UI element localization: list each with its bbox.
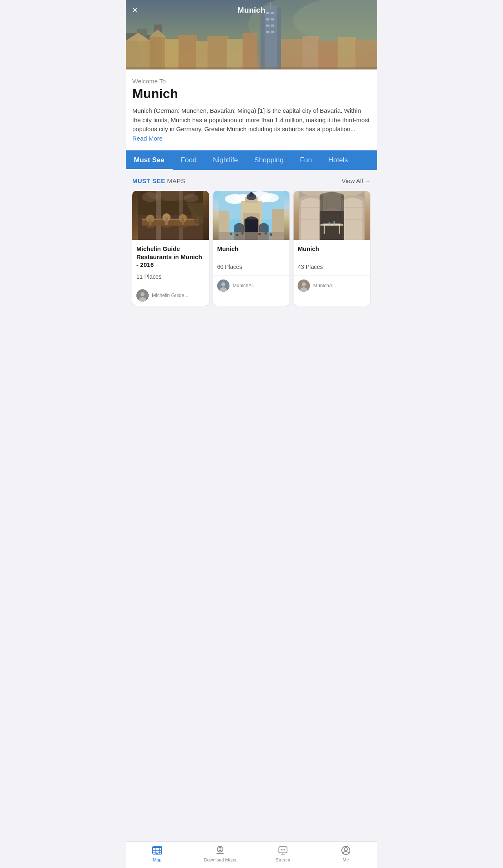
svg-rect-25 — [243, 33, 257, 69]
maps-section: MUST SEE MAPS View All → — [126, 170, 377, 311]
card-3-author: MunichAl... — [313, 283, 337, 289]
tab-fun[interactable]: Fun — [292, 150, 320, 170]
svg-point-71 — [250, 192, 252, 195]
restaurant-interior-svg — [132, 191, 209, 240]
map-card-2[interactable]: Munich 60 Places — [213, 191, 290, 306]
svg-rect-30 — [318, 41, 338, 69]
cards-wrapper: Michelin Guide Restaurants in Munich - 2… — [132, 191, 371, 306]
svg-rect-87 — [324, 226, 325, 234]
svg-point-82 — [221, 282, 225, 286]
svg-rect-74 — [218, 232, 284, 240]
svg-rect-19 — [149, 37, 166, 69]
card-2-avatar — [217, 280, 229, 292]
card-2-image — [213, 191, 290, 240]
svg-rect-24 — [227, 39, 243, 69]
svg-rect-17 — [271, 31, 274, 33]
svg-rect-14 — [266, 25, 269, 27]
card-1-footer: Michelin Guide... — [136, 289, 205, 302]
svg-rect-48 — [165, 217, 168, 226]
tab-nightlife[interactable]: Nightlife — [205, 150, 246, 170]
svg-rect-90 — [340, 224, 343, 226]
svg-rect-31 — [338, 37, 356, 69]
card-3-body: Munich 43 Places — [294, 240, 370, 296]
map-card-1[interactable]: Michelin Guide Restaurants in Munich - 2… — [132, 191, 209, 306]
tab-hotels[interactable]: Hotels — [320, 150, 356, 170]
svg-rect-32 — [355, 40, 377, 69]
card-2-places: 60 Places — [217, 264, 286, 270]
view-all-button[interactable]: View All → — [342, 177, 371, 184]
card-2-divider — [213, 275, 290, 275]
card-1-image — [132, 191, 209, 240]
svg-rect-15 — [271, 25, 274, 27]
maps-title: MUST SEE MAPS — [132, 177, 185, 184]
card-3-footer: MunichAl... — [298, 280, 366, 292]
card-1-title: Michelin Guide Restaurants in Munich - 2… — [136, 245, 205, 269]
svg-point-99 — [302, 282, 306, 286]
svg-point-46 — [146, 226, 154, 228]
card-1-img-bg — [132, 191, 209, 240]
svg-point-75 — [229, 233, 232, 235]
welcome-section: Welcome To Munich Munich (German: Münche… — [126, 69, 377, 150]
svg-point-77 — [241, 232, 243, 235]
svg-rect-86 — [323, 224, 341, 226]
city-gate-svg — [213, 191, 290, 240]
svg-rect-18 — [126, 41, 150, 69]
svg-point-78 — [258, 233, 260, 235]
svg-point-64 — [260, 193, 278, 202]
card-1-author: Michelin Guide... — [152, 293, 188, 298]
tab-shopping[interactable]: Shopping — [246, 150, 292, 170]
svg-rect-21 — [178, 35, 197, 69]
card-3-img-bg — [294, 191, 370, 240]
svg-point-57 — [140, 292, 145, 296]
svg-rect-88 — [339, 226, 340, 234]
tab-must-see[interactable]: Must See — [126, 150, 173, 170]
svg-point-49 — [162, 225, 171, 228]
card-2-body: Munich 60 Places — [213, 240, 290, 296]
card-3-avatar — [298, 280, 310, 292]
card-3-title: Munich — [298, 245, 366, 260]
svg-rect-22 — [196, 41, 208, 69]
card-3-divider — [294, 275, 370, 275]
svg-rect-28 — [281, 39, 303, 69]
svg-rect-29 — [303, 36, 319, 69]
arches-interior-svg — [294, 191, 370, 240]
svg-point-52 — [179, 225, 187, 228]
card-2-img-bg — [213, 191, 290, 240]
svg-rect-16 — [266, 31, 269, 33]
card-3-places: 43 Places — [298, 264, 366, 270]
read-more-link[interactable]: Read More — [132, 135, 162, 142]
city-name-heading: Munich — [132, 86, 371, 101]
card-2-title: Munich — [217, 245, 286, 260]
map-card-3[interactable]: Munich 43 Places — [294, 191, 370, 306]
card-2-author: MunichAl... — [233, 283, 257, 289]
avatar-2-svg — [217, 280, 229, 292]
close-button[interactable]: × — [132, 6, 138, 15]
card-1-places: 11 Places — [136, 273, 205, 280]
avatar-1-svg — [136, 289, 149, 302]
city-description: Munich (German: München, Bavarian: Minga… — [132, 106, 371, 143]
svg-point-79 — [264, 232, 267, 235]
svg-rect-20 — [165, 39, 179, 69]
card-3-image — [294, 191, 370, 240]
maps-header: MUST SEE MAPS View All → — [132, 177, 371, 184]
tabs-inner: Must See Food Nightlife Shopping Fun Hot… — [126, 150, 356, 170]
cards-row: Michelin Guide Restaurants in Munich - 2… — [132, 191, 371, 306]
header-title: Munich — [238, 6, 265, 15]
category-tabs: Must See Food Nightlife Shopping Fun Hot… — [126, 150, 377, 170]
avatar-3-svg — [298, 280, 310, 292]
maps-title-highlight: MUST SEE — [132, 177, 165, 184]
welcome-to-label: Welcome To — [132, 78, 371, 85]
svg-rect-89 — [320, 224, 324, 226]
svg-rect-33 — [126, 67, 377, 69]
card-2-footer: MunichAl... — [217, 280, 286, 292]
svg-rect-91 — [329, 222, 330, 225]
svg-rect-23 — [207, 36, 228, 69]
svg-rect-93 — [323, 191, 341, 211]
tab-food[interactable]: Food — [173, 150, 205, 170]
svg-point-76 — [236, 234, 238, 236]
card-1-avatar — [136, 289, 149, 302]
svg-point-80 — [269, 233, 272, 236]
maps-title-regular: MAPS — [165, 177, 185, 184]
header: × Munich — [126, 0, 377, 20]
card-1-body: Michelin Guide Restaurants in Munich - 2… — [132, 240, 209, 306]
